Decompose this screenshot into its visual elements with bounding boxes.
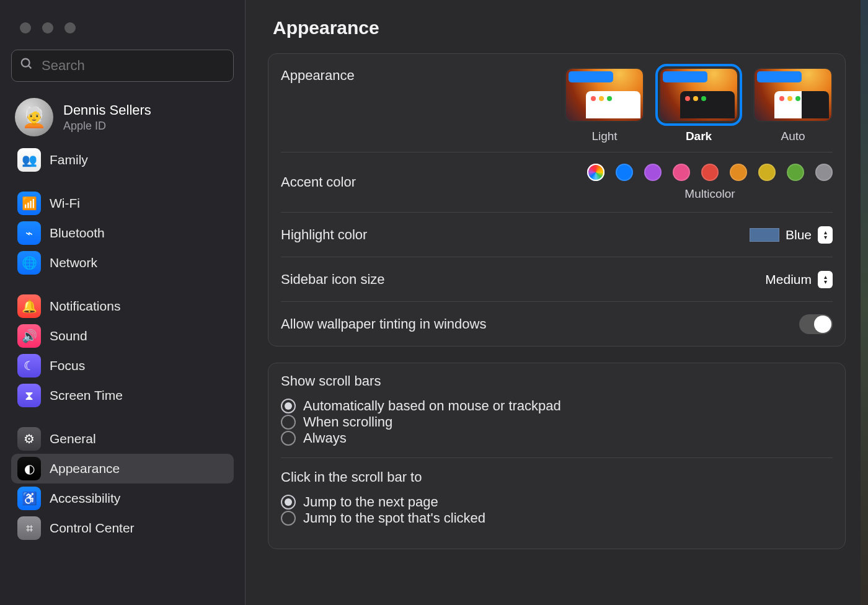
- accent-right: Multicolor: [587, 164, 833, 201]
- accent-graphite[interactable]: [815, 164, 833, 181]
- profile-sub: Apple ID: [63, 120, 151, 133]
- radio-icon: [281, 511, 296, 526]
- general-icon: ⚙: [17, 427, 41, 451]
- search-input[interactable]: [11, 50, 234, 82]
- screentime-icon: ⧗: [17, 384, 41, 407]
- appearance-mode-auto[interactable]: Auto: [753, 68, 833, 143]
- accent-dots: [587, 164, 833, 181]
- sidebar-item-notifications[interactable]: 🔔Notifications: [11, 291, 234, 321]
- radio-icon: [281, 431, 296, 446]
- settings-window: 🧑‍🦳 Dennis Sellers Apple ID 👥Family📶Wi-F…: [0, 0, 868, 605]
- sidebar-item-label: Appearance: [50, 461, 120, 476]
- radio-icon: [281, 495, 296, 510]
- profile-name: Dennis Sellers: [63, 102, 151, 118]
- sidebar-item-appearance[interactable]: ◐Appearance: [11, 454, 234, 484]
- wallpaper-tinting-toggle[interactable]: [799, 314, 833, 334]
- sidebar-item-focus[interactable]: ☾Focus: [11, 351, 234, 381]
- appearance-mode-thumbs: LightDarkAuto: [565, 68, 833, 143]
- row-wallpaper-tinting: Allow wallpaper tinting in windows: [281, 301, 833, 346]
- traffic-zoom[interactable]: [64, 22, 76, 33]
- radio-label: Jump to the spot that's clicked: [303, 510, 485, 526]
- accent-orange[interactable]: [730, 164, 747, 181]
- sidebar-item-label: Network: [50, 255, 97, 270]
- radio-icon: [281, 415, 296, 430]
- radio-label: Automatically based on mouse or trackpad: [303, 398, 561, 414]
- search-icon: [20, 57, 33, 74]
- appearance-mode-light[interactable]: Light: [565, 68, 644, 143]
- sidebar-item-label: Screen Time: [50, 388, 123, 403]
- accent-blue[interactable]: [616, 164, 633, 181]
- radio-click-spot[interactable]: Jump to the spot that's clicked: [281, 510, 833, 526]
- notifications-icon: 🔔: [17, 294, 41, 318]
- radio-show-scroll[interactable]: When scrolling: [281, 414, 833, 430]
- profile-row[interactable]: 🧑‍🦳 Dennis Sellers Apple ID: [11, 93, 234, 143]
- row-accent-color: Accent color Multicolor: [281, 152, 833, 212]
- controlcenter-icon: ⌗: [17, 516, 41, 540]
- avatar: 🧑‍🦳: [15, 98, 53, 136]
- radio-label: When scrolling: [303, 414, 392, 430]
- stepper-icon: ▴▾: [818, 271, 833, 288]
- sidebar-item-label: Focus: [50, 358, 85, 373]
- appearance-mode-label: Appearance: [281, 68, 355, 84]
- accent-purple[interactable]: [644, 164, 662, 181]
- family-icon: 👥: [17, 148, 41, 172]
- sidebar-item-network[interactable]: 🌐Network: [11, 248, 234, 278]
- sidebar-icon-size-label: Sidebar icon size: [281, 272, 385, 288]
- toggle-knob: [814, 316, 831, 333]
- wifi-icon: 📶: [17, 192, 41, 215]
- stepper-icon: ▴▾: [818, 226, 833, 244]
- radio-icon: [281, 399, 296, 413]
- sound-icon: 🔊: [17, 324, 41, 348]
- highlight-value: Blue: [786, 227, 812, 242]
- sidebar-item-label: Accessibility: [50, 491, 120, 506]
- highlight-color-label: Highlight color: [281, 227, 367, 243]
- accent-yellow[interactable]: [758, 164, 776, 181]
- sidebar-item-accessibility[interactable]: ♿Accessibility: [11, 484, 234, 513]
- svg-point-0: [22, 59, 30, 67]
- sidebar-item-label: Control Center: [50, 521, 135, 536]
- row-sidebar-icon-size: Sidebar icon size Medium ▴▾: [281, 257, 833, 301]
- appearance-mode-label: Auto: [781, 130, 805, 143]
- highlight-swatch: [750, 228, 779, 242]
- radio-show-always[interactable]: Always: [281, 430, 833, 446]
- sidebar-item-label: Family: [50, 152, 88, 167]
- radio-click-next[interactable]: Jump to the next page: [281, 494, 833, 510]
- group-show-scrollbars: Show scroll bars Automatically based on …: [281, 363, 833, 457]
- accent-green[interactable]: [787, 164, 804, 181]
- sidebar-icon-size-value: Medium: [765, 272, 812, 287]
- sidebar-item-label: Bluetooth: [50, 226, 105, 241]
- appearance-icon: ◐: [17, 457, 41, 480]
- traffic-minimize[interactable]: [42, 22, 53, 33]
- highlight-color-select[interactable]: Blue ▴▾: [750, 226, 833, 244]
- sidebar-icon-size-select[interactable]: Medium ▴▾: [765, 271, 833, 288]
- appearance-mode-label: Dark: [686, 130, 712, 143]
- sidebar-item-controlcenter[interactable]: ⌗Control Center: [11, 513, 234, 543]
- sidebar-list: 👥Family📶Wi-Fi⌁Bluetooth🌐Network🔔Notifica…: [11, 145, 234, 543]
- sidebar-item-screentime[interactable]: ⧗Screen Time: [11, 381, 234, 410]
- sidebar-item-bluetooth[interactable]: ⌁Bluetooth: [11, 218, 234, 248]
- sidebar-item-wifi[interactable]: 📶Wi-Fi: [11, 188, 234, 218]
- show-scrollbars-label: Show scroll bars: [281, 373, 833, 389]
- accessibility-icon: ♿: [17, 487, 41, 510]
- bluetooth-icon: ⌁: [17, 221, 41, 245]
- network-icon: 🌐: [17, 251, 41, 275]
- appearance-mode-dark[interactable]: Dark: [659, 68, 738, 143]
- accent-red[interactable]: [701, 164, 719, 181]
- main: Appearance Appearance LightDarkAuto Acce…: [246, 0, 868, 605]
- sidebar-item-sound[interactable]: 🔊Sound: [11, 321, 234, 351]
- accent-multicolor[interactable]: [587, 164, 604, 181]
- accent-selected-name: Multicolor: [587, 187, 833, 201]
- panel-scrollbars: Show scroll bars Automatically based on …: [268, 363, 846, 549]
- group-click-scrollbar: Click in the scroll bar to Jump to the n…: [281, 457, 833, 549]
- row-appearance-mode: Appearance LightDarkAuto: [281, 54, 833, 152]
- sidebar-item-label: Wi-Fi: [50, 196, 80, 211]
- sidebar-item-family[interactable]: 👥Family: [11, 145, 234, 175]
- panel-appearance: Appearance LightDarkAuto Accent color Mu…: [268, 53, 846, 347]
- radio-show-auto[interactable]: Automatically based on mouse or trackpad: [281, 398, 833, 414]
- accent-color-label: Accent color: [281, 174, 356, 190]
- page-title: Appearance: [273, 17, 846, 38]
- traffic-lights: [11, 10, 234, 50]
- sidebar-item-general[interactable]: ⚙General: [11, 424, 234, 454]
- traffic-close[interactable]: [20, 22, 31, 33]
- accent-pink[interactable]: [673, 164, 690, 181]
